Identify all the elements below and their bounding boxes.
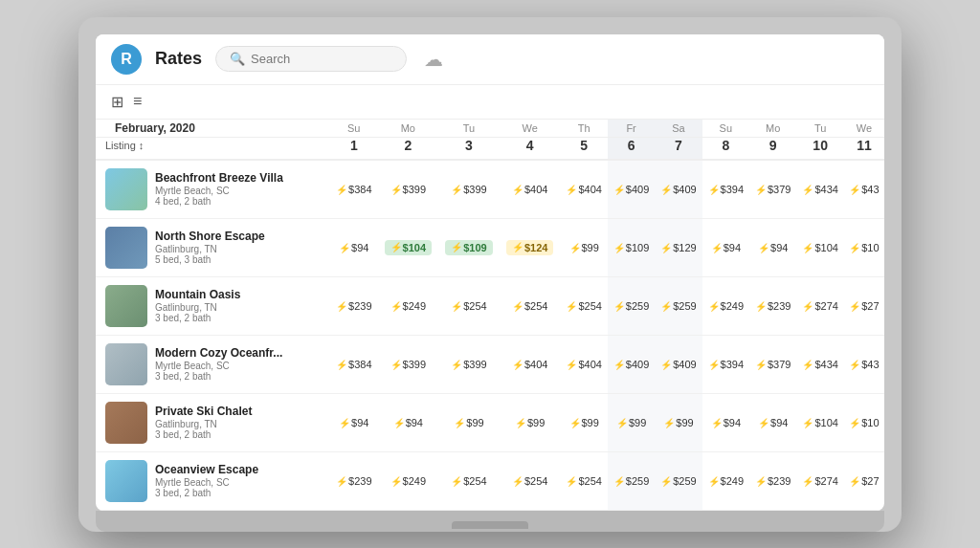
rate-cell[interactable]: ⚡$10 — [844, 218, 884, 276]
rate-value: ⚡$43 — [849, 359, 879, 370]
rate-cell[interactable]: ⚡$379 — [749, 160, 796, 219]
rate-cell[interactable]: ⚡$404 — [560, 335, 607, 393]
rate-cell[interactable]: ⚡$404 — [560, 160, 607, 219]
rate-cell[interactable]: ⚡$99 — [438, 393, 500, 451]
rate-cell[interactable]: ⚡$249 — [702, 451, 749, 510]
listing-cell: Modern Cozy Oceanfr... Myrtle Beach, SC … — [96, 335, 330, 393]
table-row[interactable]: Mountain Oasis Gatlinburg, TN 3 bed, 2 b… — [96, 276, 884, 335]
rate-cell[interactable]: ⚡$274 — [796, 276, 843, 335]
table-row[interactable]: Oceanview Escape Myrtle Beach, SC 3 bed,… — [96, 451, 884, 510]
toolbar: ⊞ ≡ — [96, 85, 884, 120]
rate-badge: ⚡$109 — [445, 240, 492, 255]
rate-cell[interactable]: ⚡$404 — [500, 335, 561, 393]
rate-cell[interactable]: ⚡$409 — [655, 335, 702, 393]
rate-cell[interactable]: ⚡$254 — [438, 276, 500, 335]
rate-cell[interactable]: ⚡$27 — [844, 276, 884, 335]
rate-cell[interactable]: ⚡$27 — [844, 451, 884, 510]
rate-cell[interactable]: ⚡$259 — [655, 276, 702, 335]
rate-cell[interactable]: ⚡$379 — [749, 335, 796, 393]
rate-cell[interactable]: ⚡$394 — [702, 335, 749, 393]
rate-cell[interactable]: ⚡$94 — [749, 393, 796, 451]
rate-cell[interactable]: ⚡$94 — [702, 218, 749, 276]
rate-cell[interactable]: ⚡$384 — [330, 160, 377, 219]
rate-cell[interactable]: ⚡$409 — [655, 160, 702, 219]
rate-cell[interactable]: ⚡$254 — [500, 276, 561, 335]
rate-cell[interactable]: ⚡$399 — [438, 335, 500, 393]
rate-cell[interactable]: ⚡$104 — [796, 393, 843, 451]
search-icon: 🔍 — [230, 52, 245, 66]
bolt-icon: ⚡ — [451, 476, 462, 487]
rate-cell[interactable]: ⚡$239 — [330, 276, 377, 335]
rate-cell[interactable]: ⚡$249 — [377, 276, 438, 335]
listing-location: Gatlinburg, TN — [155, 302, 240, 313]
rate-cell[interactable]: ⚡$259 — [608, 276, 655, 335]
laptop-screen: R Rates 🔍 ☁ ⊞ ≡ February, 2020 — [96, 34, 884, 511]
table-row[interactable]: Private Ski Chalet Gatlinburg, TN 3 bed,… — [96, 393, 884, 451]
rate-cell[interactable]: ⚡$409 — [608, 335, 655, 393]
rate-cell[interactable]: ⚡$104 — [377, 218, 438, 276]
rate-cell[interactable]: ⚡$239 — [749, 451, 796, 510]
search-input[interactable] — [251, 52, 392, 66]
rate-cell[interactable]: ⚡$274 — [796, 451, 843, 510]
search-box[interactable]: 🔍 — [215, 46, 407, 72]
bolt-icon: ⚡ — [711, 418, 723, 428]
rate-cell[interactable]: ⚡$99 — [655, 393, 702, 451]
rate-cell[interactable]: ⚡$94 — [749, 218, 796, 276]
rate-cell[interactable]: ⚡$109 — [608, 218, 655, 276]
rate-cell[interactable]: ⚡$239 — [330, 451, 377, 510]
rate-cell[interactable]: ⚡$10 — [844, 393, 884, 451]
rate-cell[interactable]: ⚡$259 — [655, 451, 702, 510]
rate-cell[interactable]: ⚡$259 — [608, 451, 655, 510]
bolt-icon: ⚡ — [393, 418, 405, 428]
rate-cell[interactable]: ⚡$254 — [560, 451, 607, 510]
listing-sort-col[interactable]: Listing ↕ — [96, 137, 330, 160]
rate-cell[interactable]: ⚡$94 — [330, 218, 377, 276]
rate-cell[interactable]: ⚡$249 — [377, 451, 438, 510]
rate-cell[interactable]: ⚡$99 — [560, 218, 607, 276]
rate-cell[interactable]: ⚡$99 — [608, 393, 655, 451]
date-row: Listing ↕ 1234567891011 — [96, 137, 884, 160]
rate-cell[interactable]: ⚡$404 — [500, 160, 561, 219]
table-row[interactable]: Modern Cozy Oceanfr... Myrtle Beach, SC … — [96, 335, 884, 393]
rate-cell[interactable]: ⚡$399 — [377, 160, 438, 219]
rate-cell[interactable]: ⚡$249 — [702, 276, 749, 335]
rate-cell[interactable]: ⚡$94 — [702, 393, 749, 451]
bolt-icon: ⚡ — [708, 301, 720, 312]
bolt-icon: ⚡ — [849, 185, 860, 195]
rate-cell[interactable]: ⚡$43 — [844, 335, 884, 393]
rate-cell[interactable]: ⚡$239 — [749, 276, 796, 335]
bolt-icon: ⚡ — [802, 360, 813, 370]
rate-cell[interactable]: ⚡$399 — [377, 335, 438, 393]
table-row[interactable]: North Shore Escape Gatlinburg, TN 5 bed,… — [96, 218, 884, 276]
rate-cell[interactable]: ⚡$434 — [796, 160, 843, 219]
rate-cell[interactable]: ⚡$124 — [500, 218, 561, 276]
listing-sort-label[interactable]: Listing ↕ — [105, 140, 326, 151]
rate-cell[interactable]: ⚡$43 — [844, 160, 884, 219]
listing-beds: 5 bed, 3 bath — [155, 254, 265, 265]
rate-cell[interactable]: ⚡$254 — [438, 451, 500, 510]
rate-cell[interactable]: ⚡$394 — [702, 160, 749, 219]
rate-cell[interactable]: ⚡$99 — [560, 393, 607, 451]
bolt-icon: ⚡ — [336, 301, 347, 312]
rate-cell[interactable]: ⚡$94 — [330, 393, 377, 451]
grid-view-icon[interactable]: ⊞ — [111, 93, 123, 111]
rate-cell[interactable]: ⚡$399 — [438, 160, 500, 219]
rate-cell[interactable]: ⚡$129 — [655, 218, 702, 276]
laptop-notch — [452, 521, 528, 529]
filter-icon[interactable]: ≡ — [133, 93, 142, 110]
table-row[interactable]: Beachfront Breeze Villa Myrtle Beach, SC… — [96, 160, 884, 219]
rate-value: ⚡$394 — [708, 359, 744, 370]
rate-cell[interactable]: ⚡$254 — [500, 451, 561, 510]
bolt-icon: ⚡ — [660, 476, 672, 487]
rate-value: ⚡$254 — [512, 300, 547, 312]
listing-header-col: February, 2020 — [96, 120, 330, 138]
rate-cell[interactable]: ⚡$109 — [438, 218, 500, 276]
rate-cell[interactable]: ⚡$254 — [560, 276, 607, 335]
rate-cell[interactable]: ⚡$94 — [377, 393, 438, 451]
rate-cell[interactable]: ⚡$409 — [608, 160, 655, 219]
rate-cell[interactable]: ⚡$434 — [796, 335, 843, 393]
rate-cell[interactable]: ⚡$384 — [330, 335, 377, 393]
rate-cell[interactable]: ⚡$104 — [796, 218, 843, 276]
rate-cell[interactable]: ⚡$99 — [500, 393, 561, 451]
listing-name: Mountain Oasis — [155, 288, 240, 301]
